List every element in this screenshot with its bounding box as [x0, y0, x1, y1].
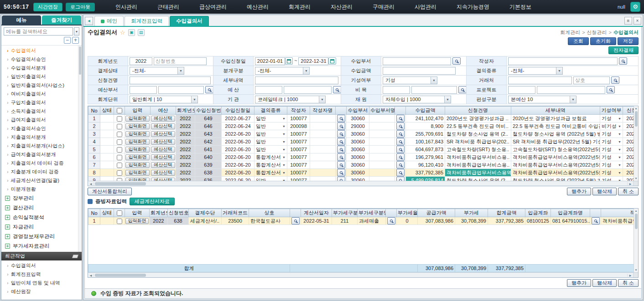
sidebar-tab-menu[interactable]: 메뉴 [2, 15, 41, 25]
dept-cell[interactable]: 30060 [347, 169, 369, 177]
sidebar-group[interactable]: +결산관리 [1, 203, 82, 213]
dept-name-cell[interactable] [369, 177, 395, 181]
input-screen-button[interactable]: 입력화면 [125, 178, 150, 181]
gisung-cell[interactable]: 기성▼ [600, 146, 623, 153]
req-date-cell[interactable]: 2022-06-24 [222, 122, 254, 130]
dept-name-cell[interactable] [369, 138, 395, 146]
search-dropdown-button[interactable]: ▼ [74, 27, 79, 36]
project-name-input[interactable] [537, 86, 605, 94]
supply-cell[interactable]: 307,083,986 [418, 217, 455, 225]
income-grid-row[interactable]: 1입력화면예산선택20226492022-06-27일반▼10007730060… [88, 115, 639, 122]
gisung-cell[interactable]: 기성▼ [600, 130, 623, 138]
writer-name-cell[interactable] [310, 122, 336, 130]
req-no-cell[interactable]: 643 [195, 130, 222, 138]
sidebar-group[interactable]: +경영정보재무관리 [1, 232, 82, 241]
account-cell[interactable]: 08100125 [525, 217, 551, 225]
sidebar-item[interactable]: ›지출결의서승인 [1, 124, 82, 133]
budget-type-select[interactable]: 본예산 10▼ [508, 96, 576, 103]
row-checkbox[interactable] [117, 147, 122, 153]
detail-cell[interactable]: 철도차량 청소사업 용역 (2022년 5월) 기성 [511, 177, 600, 181]
detail-cell[interactable]: 객차비품취급업무서비스용역(2022년5월) 기성 [511, 169, 600, 177]
scroll-right-icon[interactable]: ▶ [627, 274, 633, 277]
writer-name-cell[interactable] [310, 177, 336, 181]
topbar-menu-item[interactable]: 기본정보 [509, 3, 531, 11]
req-no-cell[interactable]: 646 [195, 122, 222, 130]
calendar-button[interactable] [328, 57, 336, 65]
sidebar-tab-favorites[interactable]: 즐겨찾기 [42, 15, 81, 25]
title-cell[interactable]: 객차비품취급업무서비스용.. [445, 161, 511, 169]
detail-cell[interactable]: SR 객차비품 취급업무(2022년 5월) 기성 [511, 138, 600, 146]
reset-button[interactable]: 초기화 [590, 37, 616, 45]
req-date-cell[interactable]: 2022-06-20 [222, 146, 254, 153]
amount-cell[interactable]: 196,279,961 [406, 153, 445, 161]
gisung-cell[interactable]: 기성▼ [600, 169, 623, 177]
income-dept-search-button[interactable] [452, 57, 461, 65]
row-checkbox[interactable] [117, 178, 122, 181]
tab-list-button[interactable]: ≡ [624, 17, 632, 25]
budget-search-button[interactable] [333, 86, 341, 93]
title-cell[interactable]: 2020년도 경영평가성과급 .. [445, 115, 511, 122]
income-amount-input[interactable] [383, 67, 456, 75]
expense-search-button[interactable] [458, 86, 466, 93]
year-cell[interactable]: 2022 [176, 177, 195, 181]
search-button[interactable] [337, 115, 345, 122]
gisung-cell[interactable]: 기성▼ [600, 177, 623, 181]
fiscal-year-input[interactable] [130, 57, 152, 65]
year-cell[interactable]: 2022 [176, 153, 195, 161]
dept-name-cell[interactable] [369, 122, 395, 130]
income-grid-row[interactable]: 6입력화면예산선택20226402022-06-20통합계산서▼10007730… [88, 153, 639, 161]
year-cell[interactable]: 2022 [176, 115, 195, 122]
row-number[interactable]: 1 [88, 115, 100, 122]
search-button[interactable] [291, 217, 300, 224]
cancel-button[interactable]: 취 소 [618, 279, 639, 287]
add-row-button[interactable]: 행추가 [567, 279, 591, 287]
cancel-button[interactable]: 취 소 [618, 188, 639, 195]
sidebar-group[interactable]: +손익실적분석 [1, 213, 82, 222]
sidebar-item[interactable]: ›수입결의서승인 [1, 55, 82, 64]
tab-scroll-left-button[interactable]: ◀ [85, 17, 93, 25]
save-button[interactable]: 저장 [618, 37, 639, 45]
writer-name-cell[interactable] [310, 130, 336, 138]
e-approval-button[interactable]: 전자결재 [608, 46, 639, 54]
recent-item[interactable]: ›수입결의서 [1, 261, 82, 270]
input-screen-button[interactable]: 입력화면 [125, 123, 150, 129]
doc-tab[interactable]: 회계전표입력 [125, 16, 169, 26]
gisung-cell[interactable]: 기성▼ [600, 161, 623, 169]
horizontal-scrollbar[interactable]: ◀ ▶ [88, 272, 638, 277]
writer-cell[interactable]: 100077 [287, 146, 310, 153]
req-no-cell[interactable]: 639 [195, 161, 222, 169]
search-button[interactable] [337, 161, 345, 168]
row-number[interactable]: 7 [88, 161, 100, 169]
scroll-left-icon[interactable]: ◀ [88, 274, 94, 277]
amount-cell[interactable]: 337,792,385 [406, 169, 445, 177]
gisung-cell[interactable]: 기성▼ [600, 115, 623, 122]
sidebar-item[interactable]: ›소득지출결의서 [1, 107, 82, 116]
budget-select-button[interactable]: 예산선택 [151, 162, 175, 168]
logout-button[interactable]: 로그아웃 [66, 3, 95, 11]
income-grid-row[interactable]: 5입력화면예산선택20226412022-06-20일반▼10007730060… [88, 146, 639, 153]
writer-cell[interactable]: 100077 [287, 153, 310, 161]
income-grid-row[interactable]: 4입력화면예산선택20226422022-06-20일반▼10007730060… [88, 138, 639, 146]
capture-icon[interactable]: ▣ [128, 29, 135, 36]
scroll-up-icon[interactable]: ▲ [635, 209, 638, 213]
decision-type-cell[interactable]: 일반▼ [254, 177, 287, 181]
req-no-cell[interactable]: 638 [168, 217, 189, 225]
year-cell[interactable]: 2022 [150, 217, 168, 225]
input-screen-button[interactable]: 입력화면 [125, 131, 150, 137]
title-cell[interactable]: 22.5 동부건축 전도금 여비.. [445, 122, 511, 130]
vat-cell[interactable]: 30,708,399 [455, 217, 488, 225]
amount-cell[interactable]: 255,709,691 [406, 130, 445, 138]
year-cell[interactable]: 2022 [176, 122, 195, 130]
dept-cell[interactable]: 30060 [347, 153, 369, 161]
sidebar-item[interactable]: ›수입결의서 [1, 46, 82, 55]
amount-cell[interactable]: 100,167,843 [406, 138, 445, 146]
input-screen-button[interactable]: 입력화면 [125, 139, 150, 145]
scroll-down-icon[interactable]: ▼ [635, 268, 638, 272]
dept-name-cell[interactable] [369, 146, 395, 153]
bill-date-cell[interactable]: 2022-05-31 [301, 217, 332, 225]
req-date-cell[interactable]: 2022-06-20 [222, 138, 254, 146]
topbar-menu-item[interactable]: 회계관리 [289, 3, 311, 11]
vendor-search-button[interactable] [611, 77, 619, 84]
sidebar-item[interactable]: ›여비지출결의서 [1, 90, 82, 98]
vat-code-cell[interactable]: 211 [332, 217, 358, 225]
